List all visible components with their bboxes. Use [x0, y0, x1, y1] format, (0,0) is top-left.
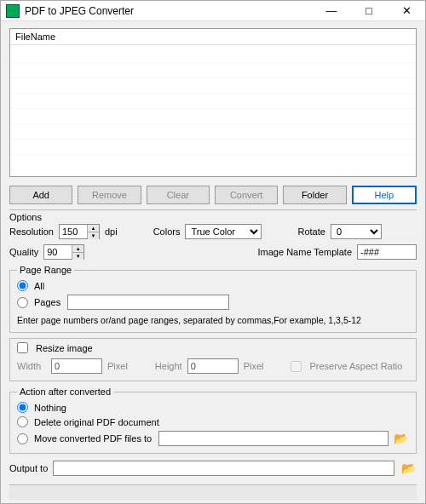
resolution-spinner[interactable]: ▲▼	[87, 225, 99, 238]
window-controls: — □ ✕	[313, 1, 425, 20]
options-title: Options	[9, 212, 417, 222]
convert-button[interactable]: Convert	[215, 186, 278, 204]
dpi-label: dpi	[105, 226, 118, 237]
folder-open-icon[interactable]: 📂	[400, 461, 417, 476]
add-button[interactable]: Add	[9, 186, 72, 204]
resolution-input[interactable]: ▲▼	[59, 224, 100, 239]
action-delete-label: Delete original PDF document	[34, 417, 159, 427]
quality-input[interactable]: ▲▼	[43, 244, 84, 260]
file-list-rows	[10, 48, 416, 176]
action-move-label: Move converted PDF files to	[34, 433, 152, 444]
folder-open-icon[interactable]: 📂	[392, 431, 409, 446]
folder-button[interactable]: Folder	[283, 186, 346, 204]
window-title: PDF to JPEG Converter	[25, 5, 313, 17]
resize-height-unit: Pixel	[244, 361, 264, 371]
rotate-select[interactable]: 0	[331, 224, 382, 239]
action-nothing-radio[interactable]	[17, 402, 28, 413]
resize-width-input	[51, 358, 102, 374]
resize-group: Resize image Width Pixel Height Pixel Pr…	[9, 338, 417, 381]
quality-field[interactable]	[44, 245, 72, 259]
resolution-field[interactable]	[60, 225, 87, 238]
file-list[interactable]: FileName	[9, 28, 417, 177]
page-range-pages-input[interactable]	[67, 295, 229, 310]
page-range-hint: Enter page numbers or/and page ranges, s…	[17, 315, 409, 325]
page-range-legend: Page Range	[17, 265, 74, 275]
page-range-all-radio[interactable]	[17, 280, 28, 291]
output-row: Output to 📂	[9, 461, 417, 476]
resize-width-label: Width	[17, 361, 46, 371]
quality-label: Quality	[9, 247, 38, 257]
preserve-aspect-label: Preserve Aspect Ratio	[309, 361, 402, 371]
titlebar: PDF to JPEG Converter — □ ✕	[1, 1, 425, 21]
close-button[interactable]: ✕	[388, 1, 425, 20]
template-input[interactable]	[357, 244, 417, 260]
app-icon	[6, 4, 20, 18]
action-nothing-label: Nothing	[34, 403, 66, 413]
output-label: Output to	[9, 463, 48, 473]
colors-select[interactable]: True Color	[185, 224, 262, 239]
help-button[interactable]: Help	[352, 186, 417, 204]
clear-button[interactable]: Clear	[147, 186, 210, 204]
file-list-header: FileName	[10, 29, 416, 45]
maximize-button[interactable]: □	[350, 1, 388, 20]
toolbar: Add Remove Clear Convert Folder Help	[9, 186, 417, 204]
resize-height-label: Height	[155, 361, 182, 371]
resolution-label: Resolution	[9, 226, 54, 237]
action-legend: Action after converted	[17, 387, 113, 397]
resize-height-input	[187, 358, 239, 374]
page-range-pages-radio[interactable]	[17, 297, 28, 308]
page-range-group: Page Range All Pages Enter page numbers …	[9, 265, 417, 333]
action-delete-radio[interactable]	[17, 416, 28, 427]
quality-spinner[interactable]: ▲▼	[72, 245, 83, 259]
page-range-pages-label: Pages	[34, 297, 60, 307]
options-group: Options Resolution ▲▼ dpi Colors True Co…	[9, 209, 417, 260]
colors-label: Colors	[153, 226, 181, 237]
output-input[interactable]	[53, 461, 394, 476]
template-label: Image Name Template	[258, 247, 352, 257]
remove-button[interactable]: Remove	[78, 186, 141, 204]
client-area: FileName Add Remove Clear Convert Folder…	[1, 21, 425, 503]
rotate-label: Rotate	[297, 226, 325, 237]
action-move-radio[interactable]	[17, 433, 28, 444]
resize-label: Resize image	[36, 343, 93, 353]
action-group: Action after converted Nothing Delete or…	[9, 387, 417, 454]
resize-width-unit: Pixel	[107, 361, 128, 371]
action-move-input[interactable]	[158, 431, 389, 446]
preserve-aspect-checkbox	[291, 361, 302, 372]
statusbar	[9, 484, 417, 500]
resize-checkbox[interactable]	[17, 342, 28, 353]
app-window: PDF to JPEG Converter — □ ✕ FileName Add…	[0, 0, 426, 504]
minimize-button[interactable]: —	[313, 1, 350, 20]
page-range-all-label: All	[34, 281, 44, 291]
